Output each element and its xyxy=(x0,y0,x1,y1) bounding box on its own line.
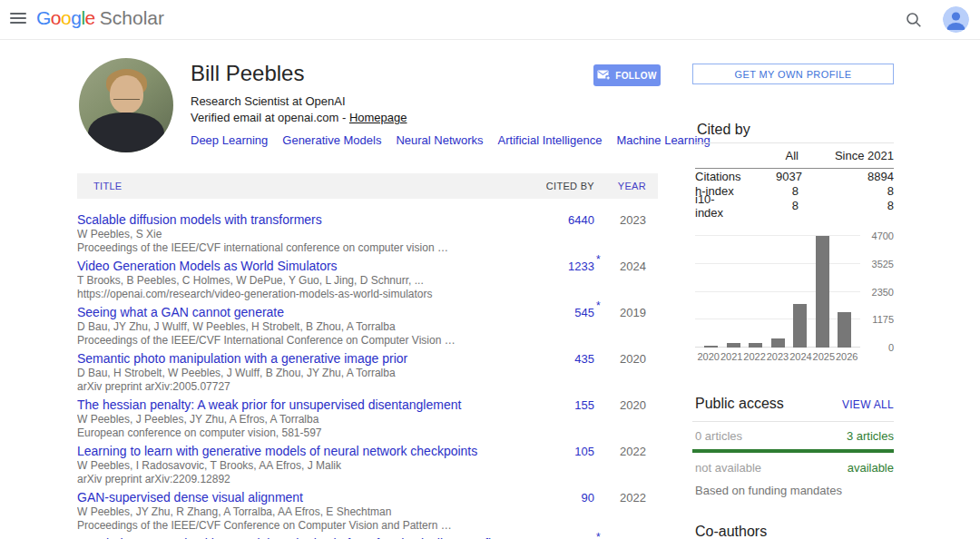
article-authors: W Peebles, I Radosavovic, T Brooks, AA E… xyxy=(77,459,511,473)
follow-button[interactable]: FOLLOW xyxy=(593,64,661,86)
sort-by-citations[interactable]: CITED BY xyxy=(511,181,594,191)
chart-bar-2024[interactable] xyxy=(793,304,807,348)
photo-detail xyxy=(88,113,164,152)
cited-by-heading: Cited by xyxy=(697,122,750,138)
profile-photo[interactable] xyxy=(79,58,173,152)
interest-tag[interactable]: Generative Models xyxy=(282,133,381,147)
chart-bar-2022[interactable] xyxy=(749,343,762,348)
logo-suffix: Scholar xyxy=(100,7,164,28)
col-since-2021: Since 2021 xyxy=(799,149,894,162)
chart-xtick-label: 2022 xyxy=(743,351,766,362)
not-available-label: not available xyxy=(695,461,761,475)
sort-by-year[interactable]: YEAR xyxy=(594,181,658,191)
article-title-link[interactable]: The hessian penalty: A weak prior for un… xyxy=(77,397,511,413)
article-venue: https://openai.com/research/video-genera… xyxy=(77,288,511,301)
i10-index-row: i10-index 8 8 xyxy=(695,199,894,212)
article-venue: Proceedings of the IEEE/CVF Internationa… xyxy=(77,334,511,348)
article-cited-by-link[interactable]: 155 xyxy=(511,397,594,413)
citations-chart-bars xyxy=(695,236,860,348)
article-year: 2022 xyxy=(594,490,658,505)
chart-bar-2026[interactable] xyxy=(838,312,851,348)
chart-ytick-label: 0 xyxy=(863,342,894,353)
article-row: Semantic photo manipulation with a gener… xyxy=(77,351,658,394)
chart-xtick-label: 2026 xyxy=(836,351,858,362)
article-year: 2023 xyxy=(594,212,658,228)
coauthors-heading: Co-authors xyxy=(695,524,767,539)
interest-tag[interactable]: Neural Networks xyxy=(396,133,483,147)
chart-xtick-label: 2025 xyxy=(812,351,835,362)
citation-star: * xyxy=(596,252,601,268)
article-authors: W Peebles, JY Zhu, R Zhang, A Torralba, … xyxy=(77,505,511,519)
interest-tag[interactable]: Artificial Intelligence xyxy=(498,133,603,147)
article-cited-by-link[interactable]: 545* xyxy=(511,305,594,320)
public-access-heading: Public access xyxy=(695,396,784,412)
articles-list: Scalable diffusion models with transform… xyxy=(77,212,658,539)
article-venue: Proceedings of the IEEE/CVF Conference o… xyxy=(77,519,511,533)
article-cited-by-link[interactable]: 90 xyxy=(511,490,594,505)
logo-letter: o xyxy=(61,7,71,28)
article-cited-by-link[interactable]: 1233* xyxy=(511,259,594,274)
logo-letter: o xyxy=(51,7,61,28)
cited-by-table: All Since 2021 Citations 9037 8894 h-ind… xyxy=(695,142,894,212)
chart-bar-2020[interactable] xyxy=(704,346,718,348)
sort-by-title[interactable]: TITLE xyxy=(77,181,511,191)
article-cited-by-link[interactable]: 6440 xyxy=(511,212,594,228)
chart-ytick-label: 2350 xyxy=(863,287,894,298)
stat-all-value: 9037 xyxy=(741,170,802,183)
citations-per-year-chart: 01175235035254700 2020202120222023202420… xyxy=(695,236,894,363)
article-cited-by-link[interactable]: 435 xyxy=(511,351,594,367)
profile-affiliation: Research Scientist at OpenAI xyxy=(191,94,581,109)
chart-xtick-label: 2024 xyxy=(789,351,812,362)
article-title-link[interactable]: Seeing what a GAN cannot generate xyxy=(77,305,511,320)
article-title-link[interactable]: Learning to learn with generative models… xyxy=(77,444,511,459)
interest-tag[interactable]: Deep Learning xyxy=(191,133,268,147)
chart-bar-2021[interactable] xyxy=(727,343,740,348)
menu-icon[interactable] xyxy=(10,13,26,25)
follow-button-label: FOLLOW xyxy=(615,71,657,81)
chart-ytick-label: 3525 xyxy=(863,259,894,270)
article-year: 2020 xyxy=(594,351,658,367)
stat-label: i10-index xyxy=(695,192,735,220)
profile-name: Bill Peebles xyxy=(191,62,581,85)
verified-email-text: Verified email at openai.com - xyxy=(191,111,349,124)
photo-detail xyxy=(113,91,140,100)
view-all-link[interactable]: VIEW ALL xyxy=(842,398,894,411)
article-title-link[interactable]: GAN-supervised dense visual alignment xyxy=(77,490,511,505)
chart-bar-2025[interactable] xyxy=(816,236,829,348)
stat-since-value: 8 xyxy=(799,184,894,198)
articles-table-header: TITLE CITED BY YEAR xyxy=(77,173,658,199)
stat-label: Citations xyxy=(695,170,741,183)
chart-bar-2023[interactable] xyxy=(771,338,785,348)
funding-mandates-note: Based on funding mandates xyxy=(695,484,894,497)
account-avatar[interactable] xyxy=(943,6,969,33)
available-count: 3 articles xyxy=(847,429,894,443)
profile-info: Bill Peebles Research Scientist at OpenA… xyxy=(191,62,581,147)
article-cited-by-link[interactable]: 105 xyxy=(511,444,594,459)
search-icon[interactable] xyxy=(905,11,923,29)
google-scholar-logo[interactable]: GoogleScholar xyxy=(36,7,164,29)
article-row: Seeing what a GAN cannot generate D Bau,… xyxy=(77,305,658,348)
article-row: Learning to learn with generative models… xyxy=(77,444,658,486)
article-title-link[interactable]: Semantic photo manipulation with a gener… xyxy=(77,351,511,367)
article-title-link[interactable]: Scalable diffusion models with transform… xyxy=(77,212,511,228)
article-authors: W Peebles, J Peebles, JY Zhu, A Efros, A… xyxy=(77,413,511,426)
get-my-own-profile-button[interactable]: GET MY OWN PROFILE xyxy=(692,64,894,84)
citations-row: Citations 9037 8894 xyxy=(695,170,894,183)
available-label: available xyxy=(848,461,894,475)
verified-email: Verified email at openai.com - Homepage xyxy=(191,111,581,125)
logo-letter: e xyxy=(85,7,95,28)
col-all: All xyxy=(735,149,799,162)
chart-xtick-label: 2023 xyxy=(766,351,789,362)
citations-chart-plot xyxy=(695,236,860,348)
not-available-count: 0 articles xyxy=(695,429,742,443)
stat-all-value: 8 xyxy=(735,199,799,212)
article-year: 2020 xyxy=(594,397,658,413)
stat-since-value: 8894 xyxy=(802,170,894,183)
google-scholar-profile-page: GoogleScholar Bill Peebles Research Scie… xyxy=(0,0,980,539)
stat-since-value: 8 xyxy=(799,199,894,212)
chart-xtick-label: 2021 xyxy=(720,351,742,362)
article-title-link[interactable]: Video Generation Models as World Simulat… xyxy=(77,259,511,274)
article-venue: Proceedings of the IEEE/CVF internationa… xyxy=(77,241,511,255)
homepage-link[interactable]: Homepage xyxy=(349,111,407,124)
citations-chart-xlabels: 2020202120222023202420252026 xyxy=(695,351,860,362)
